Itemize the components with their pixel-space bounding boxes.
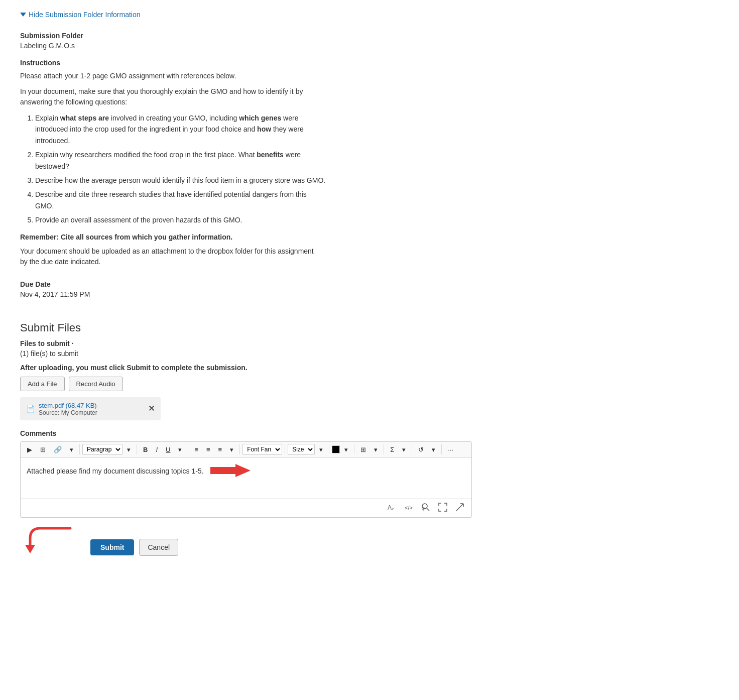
toolbar-separator3: [188, 444, 188, 454]
svg-line-4: [427, 508, 429, 511]
toolbar-font-select[interactable]: Font Fan: [242, 444, 282, 455]
toolbar-table-btn[interactable]: ⊞: [357, 444, 370, 455]
file-source: Source: My Computer: [39, 409, 144, 416]
svg-text:Aᵥ: Aᵥ: [388, 504, 394, 511]
toolbar-size-select[interactable]: Size: [288, 444, 315, 455]
footer-search-btn[interactable]: Q: [419, 502, 432, 514]
record-audio-button[interactable]: Record Audio: [69, 377, 123, 391]
file-icon: 📄: [26, 405, 35, 413]
triangle-icon: [20, 13, 26, 17]
svg-marker-9: [25, 545, 35, 553]
svg-marker-0: [210, 464, 251, 477]
toolbar-table-dropdown-btn[interactable]: ▾: [371, 444, 381, 455]
toolbar-undo-btn[interactable]: ↺: [415, 444, 427, 455]
svg-text:</>: </>: [405, 505, 413, 511]
list-item: Explain what steps are involved in creat…: [35, 112, 326, 146]
toolbar-separator: [79, 444, 80, 454]
toolbar-align-center-btn[interactable]: ≡: [203, 444, 214, 455]
footer-code-btn[interactable]: </>: [402, 502, 415, 514]
toolbar-separator9: [412, 444, 412, 454]
toolbar-separator10: [441, 444, 442, 454]
editor-footer: Aᵥ </> Q: [21, 498, 471, 517]
submit-files-heading: Submit Files: [20, 321, 719, 334]
toolbar-video-btn[interactable]: ▶: [24, 444, 36, 455]
toolbar-dropdown-btn[interactable]: ▾: [66, 444, 77, 455]
comments-editor: ▶ ⊞ 🔗 ▾ Paragrap ▾ B I U ▾ ≡ ≡ ≡ ▾ Font …: [20, 441, 472, 518]
toolbar-dropdown2-btn[interactable]: ▾: [124, 444, 134, 455]
list-item: Describe and cite three research studies…: [35, 189, 326, 211]
toolbar-separator6: [329, 444, 329, 454]
toolbar-italic-btn[interactable]: I: [152, 444, 161, 455]
toolbar-separator5: [285, 444, 285, 454]
comment-text: Attached please find my document discuss…: [27, 467, 251, 475]
action-buttons: Submit Cancel: [90, 539, 178, 556]
cancel-button[interactable]: Cancel: [139, 539, 178, 556]
list-item: Explain why researchers modified the foo…: [35, 149, 326, 172]
editor-body[interactable]: Attached please find my document discuss…: [21, 458, 471, 498]
toolbar-paragraph-select[interactable]: Paragrap: [82, 444, 122, 455]
submit-button[interactable]: Submit: [90, 539, 134, 555]
svg-text:Q: Q: [422, 506, 425, 511]
file-item: 📄 stem.pdf (68.47 KB) Source: My Compute…: [20, 397, 161, 420]
footer-resize-btn[interactable]: [453, 502, 466, 514]
toggle-label: Hide Submission Folder Information: [29, 11, 141, 19]
files-to-submit-label: Files to submit ·: [20, 339, 719, 347]
file-link[interactable]: stem.pdf (68.47 KB): [39, 402, 97, 409]
color-swatch: [332, 445, 340, 453]
file-info: stem.pdf (68.47 KB) Source: My Computer: [39, 401, 144, 416]
instructions-label: Instructions: [20, 59, 719, 67]
upload-text: Your document should be uploaded as an a…: [20, 246, 321, 267]
due-date-label: Due Date: [20, 280, 719, 288]
add-file-button[interactable]: Add a File: [20, 377, 65, 391]
comments-label: Comments: [20, 429, 719, 437]
svg-line-6: [456, 504, 463, 511]
toolbar-bold-btn[interactable]: B: [140, 444, 151, 455]
red-arrow-right-icon: [210, 463, 251, 481]
submission-folder-name: Labeling G.M.O.s: [20, 42, 719, 50]
file-action-buttons: Add a File Record Audio: [20, 377, 719, 391]
instructions-paragraph1: Please attach your 1-2 page GMO assignme…: [20, 71, 321, 81]
toolbar-align-right-btn[interactable]: ≡: [215, 444, 226, 455]
remember-text: Remember: Cite all sources from which yo…: [20, 233, 321, 241]
upload-notice: After uploading, you must click Submit t…: [20, 364, 719, 372]
footer-spell-btn[interactable]: Aᵥ: [385, 502, 398, 514]
toolbar-camera-btn[interactable]: ⊞: [37, 444, 49, 455]
bottom-area: Submit Cancel: [20, 526, 719, 556]
toolbar-sigma-btn[interactable]: Σ: [387, 444, 398, 455]
toolbar-format-dropdown-btn[interactable]: ▾: [175, 444, 185, 455]
toolbar-size-dropdown-btn[interactable]: ▾: [316, 444, 326, 455]
due-date-value: Nov 4, 2017 11:59 PM: [20, 290, 719, 298]
submit-arrow-area: [20, 526, 90, 556]
list-item: Describe how the average person would id…: [35, 175, 326, 186]
editor-toolbar: ▶ ⊞ 🔗 ▾ Paragrap ▾ B I U ▾ ≡ ≡ ≡ ▾ Font …: [21, 442, 471, 458]
toolbar-link-btn[interactable]: 🔗: [50, 444, 65, 455]
red-arrow-down-icon: [20, 526, 90, 556]
toggle-submission-info[interactable]: Hide Submission Folder Information: [20, 11, 141, 19]
toolbar-sigma-dropdown-btn[interactable]: ▾: [399, 444, 409, 455]
toolbar-align-dropdown-btn[interactable]: ▾: [226, 444, 237, 455]
toolbar-undo-dropdown-btn[interactable]: ▾: [428, 444, 439, 455]
toolbar-color-dropdown-btn[interactable]: ▾: [341, 444, 351, 455]
footer-fullscreen-btn[interactable]: [436, 502, 449, 514]
toolbar-separator8: [384, 444, 384, 454]
list-item: Provide an overall assessment of the pro…: [35, 214, 326, 225]
files-count: (1) file(s) to submit: [20, 349, 719, 358]
toolbar-separator4: [239, 444, 240, 454]
toolbar-more-btn[interactable]: ···: [444, 444, 457, 455]
instructions-paragraph2: In your document, make sure that you tho…: [20, 86, 321, 107]
toolbar-separator7: [354, 444, 354, 454]
toolbar-align-left-btn[interactable]: ≡: [191, 444, 202, 455]
submission-folder-label: Submission Folder: [20, 32, 719, 40]
toolbar-separator2: [137, 444, 137, 454]
instructions-list: Explain what steps are involved in creat…: [35, 112, 326, 226]
file-remove-button[interactable]: ✕: [148, 404, 155, 413]
toolbar-underline-btn[interactable]: U: [162, 444, 174, 455]
